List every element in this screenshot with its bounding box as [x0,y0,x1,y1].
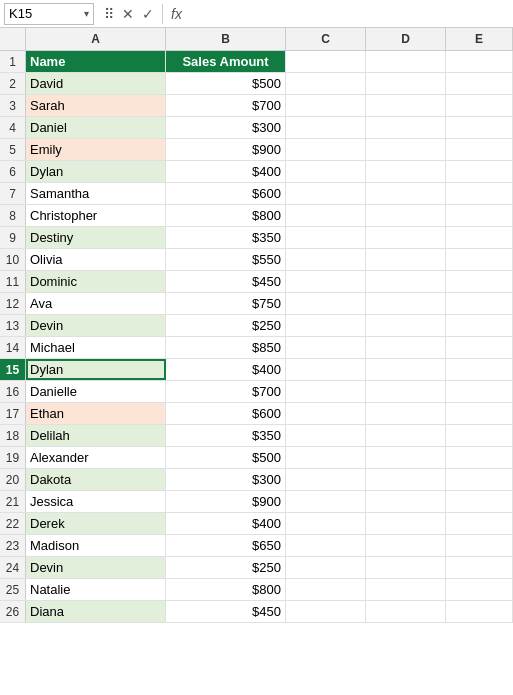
sales-cell[interactable]: $500 [166,447,286,468]
cell-c[interactable] [286,535,366,556]
row-number[interactable]: 19 [0,447,26,468]
cell-d[interactable] [366,95,446,116]
sales-cell[interactable]: $600 [166,403,286,424]
sales-cell[interactable]: $500 [166,73,286,94]
cell-d[interactable] [366,183,446,204]
cell-d[interactable] [366,381,446,402]
row-number[interactable]: 25 [0,579,26,600]
name-cell[interactable]: Dylan [26,161,166,182]
sales-cell[interactable]: $900 [166,491,286,512]
sales-cell[interactable]: $250 [166,557,286,578]
name-cell[interactable]: Ava [26,293,166,314]
cell-c[interactable] [286,227,366,248]
cell-d[interactable] [366,337,446,358]
sales-cell[interactable]: $400 [166,161,286,182]
cell-c[interactable] [286,601,366,622]
cell-c[interactable] [286,73,366,94]
row-number[interactable]: 17 [0,403,26,424]
name-cell[interactable]: Derek [26,513,166,534]
sales-cell[interactable]: $850 [166,337,286,358]
cell-d[interactable] [366,601,446,622]
sales-cell[interactable]: $400 [166,513,286,534]
cell-e[interactable] [446,381,513,402]
cell-d[interactable] [366,293,446,314]
cell-e[interactable] [446,447,513,468]
row-number[interactable]: 26 [0,601,26,622]
row-number[interactable]: 9 [0,227,26,248]
row-number[interactable]: 3 [0,95,26,116]
col-header-e[interactable]: E [446,28,513,50]
name-cell[interactable]: Devin [26,315,166,336]
cell-e[interactable] [446,513,513,534]
sales-cell[interactable]: $250 [166,315,286,336]
cell-e[interactable] [446,95,513,116]
cell-d[interactable] [366,403,446,424]
name-cell[interactable]: Delilah [26,425,166,446]
row-number[interactable]: 15 [0,359,26,380]
cell-d[interactable] [366,579,446,600]
cell-d[interactable] [366,491,446,512]
cell-d[interactable] [366,51,446,72]
row-number[interactable]: 6 [0,161,26,182]
cell-d[interactable] [366,557,446,578]
name-cell[interactable]: Dylan [26,359,166,380]
sales-cell[interactable]: $650 [166,535,286,556]
cell-c[interactable] [286,205,366,226]
cell-c[interactable] [286,183,366,204]
cell-e[interactable] [446,117,513,138]
name-cell[interactable]: Samantha [26,183,166,204]
row-number[interactable]: 8 [0,205,26,226]
cell-e[interactable] [446,601,513,622]
cell-d[interactable] [366,117,446,138]
sales-cell[interactable]: $400 [166,359,286,380]
cell-c[interactable] [286,425,366,446]
sales-cell[interactable]: $750 [166,293,286,314]
cell-c[interactable] [286,557,366,578]
cell-c[interactable] [286,513,366,534]
cell-e[interactable] [446,315,513,336]
cell-d[interactable] [366,73,446,94]
cell-c[interactable] [286,271,366,292]
cell-e[interactable] [446,161,513,182]
formula-bar-menu-icon[interactable]: ⠿ [102,6,116,22]
name-cell[interactable]: Daniel [26,117,166,138]
cell-c[interactable] [286,249,366,270]
name-cell[interactable]: Jessica [26,491,166,512]
cell-e[interactable] [446,579,513,600]
name-cell[interactable]: Olivia [26,249,166,270]
cell-e[interactable] [446,557,513,578]
col-header-d[interactable]: D [366,28,446,50]
cell-c[interactable] [286,117,366,138]
cell-c[interactable] [286,381,366,402]
cell-d[interactable] [366,205,446,226]
name-cell[interactable]: Madison [26,535,166,556]
cell-d[interactable] [366,469,446,490]
cell-d[interactable] [366,359,446,380]
row-number[interactable]: 14 [0,337,26,358]
cell-d[interactable] [366,315,446,336]
formula-bar-fx-icon[interactable]: fx [169,6,184,22]
sales-cell[interactable]: $900 [166,139,286,160]
sales-cell[interactable]: $800 [166,579,286,600]
cell-d[interactable] [366,513,446,534]
cell-e[interactable] [446,183,513,204]
name-cell[interactable]: Sarah [26,95,166,116]
cell-c[interactable] [286,491,366,512]
sales-cell[interactable]: $700 [166,95,286,116]
row-number[interactable]: 1 [0,51,26,72]
row-number[interactable]: 24 [0,557,26,578]
cell-c[interactable] [286,51,366,72]
cell-d[interactable] [366,535,446,556]
sales-cell[interactable]: $550 [166,249,286,270]
sales-cell[interactable]: $800 [166,205,286,226]
row-number[interactable]: 21 [0,491,26,512]
name-cell[interactable]: Ethan [26,403,166,424]
cell-e[interactable] [446,469,513,490]
row-number[interactable]: 2 [0,73,26,94]
cell-e[interactable] [446,359,513,380]
cell-d[interactable] [366,227,446,248]
cell-c[interactable] [286,579,366,600]
cell-e[interactable] [446,51,513,72]
row-number[interactable]: 10 [0,249,26,270]
row-number[interactable]: 16 [0,381,26,402]
